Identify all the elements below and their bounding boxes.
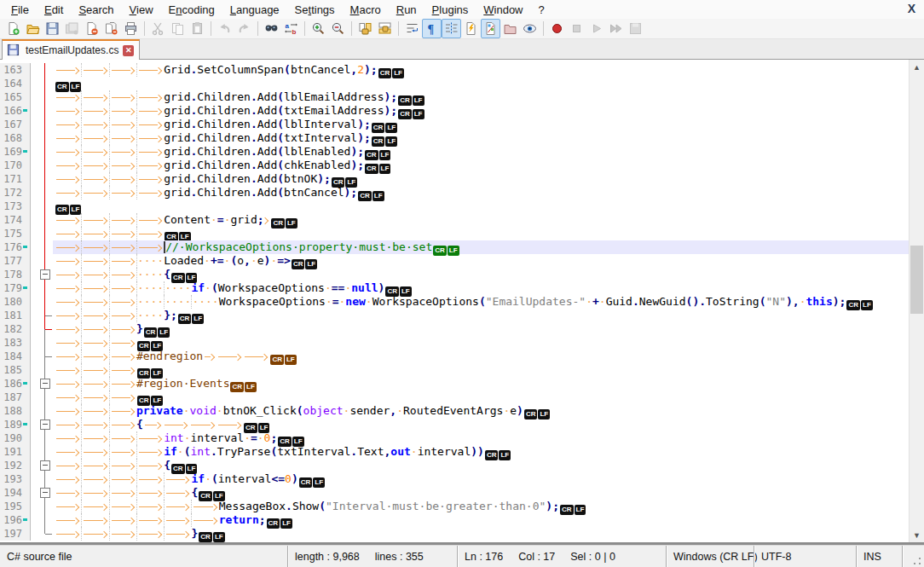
line-text[interactable]: ············WorkspaceOptions·=·new·Works… bbox=[53, 295, 910, 309]
line-text[interactable]: grid.Children.Add(lblEnabled);CRLF bbox=[53, 145, 910, 159]
bookmark-margin[interactable] bbox=[31, 513, 38, 527]
resize-grip[interactable] bbox=[912, 556, 922, 566]
document-map-button[interactable] bbox=[461, 19, 481, 38]
file-monitoring-button[interactable] bbox=[520, 19, 540, 38]
tab-close-icon[interactable]: ✕ bbox=[123, 45, 134, 56]
line-text[interactable]: CRLF bbox=[53, 336, 910, 350]
scrollbar-thumb[interactable] bbox=[910, 246, 923, 314]
close-file-button[interactable] bbox=[82, 19, 101, 38]
menu-search[interactable]: Search bbox=[71, 2, 121, 18]
fold-collapse-icon[interactable] bbox=[40, 419, 50, 430]
bookmark-margin[interactable] bbox=[31, 350, 38, 363]
line-text[interactable]: }CRLF bbox=[53, 527, 910, 541]
line-text[interactable]: grid.Children.Add(lblEmailAddress);CRLF bbox=[53, 90, 910, 104]
bookmark-margin[interactable] bbox=[31, 322, 38, 336]
bookmark-margin[interactable] bbox=[31, 281, 38, 295]
line-text[interactable]: {CRLF bbox=[53, 486, 910, 500]
menu-plugins[interactable]: Plugins bbox=[424, 2, 476, 18]
menu-language[interactable]: Language bbox=[222, 2, 287, 18]
open-file-button[interactable] bbox=[23, 19, 43, 38]
line-text[interactable]: if·(interval<=0)CRLF bbox=[53, 472, 910, 486]
bookmark-margin[interactable] bbox=[31, 172, 38, 186]
bookmark-margin[interactable] bbox=[31, 77, 38, 90]
cut-button[interactable] bbox=[148, 19, 168, 38]
bookmark-margin[interactable] bbox=[31, 472, 38, 486]
fold-collapse-icon[interactable] bbox=[40, 488, 50, 498]
line-text[interactable]: ········if·(WorkspaceOptions·==·null)CRL… bbox=[53, 281, 910, 295]
bookmark-margin[interactable] bbox=[31, 104, 38, 118]
zoom-out-button[interactable] bbox=[328, 19, 348, 38]
line-text[interactable]: int·interval·=·0;CRLF bbox=[53, 431, 910, 445]
bookmark-margin[interactable] bbox=[31, 295, 38, 309]
bookmark-margin[interactable] bbox=[31, 254, 38, 268]
bookmark-margin[interactable] bbox=[31, 336, 38, 350]
word-wrap-button[interactable] bbox=[402, 19, 422, 38]
fold-collapse-icon[interactable] bbox=[40, 379, 50, 389]
paste-button[interactable] bbox=[188, 19, 207, 38]
new-file-button[interactable] bbox=[3, 19, 23, 38]
sync-horizontal-scroll-button[interactable] bbox=[375, 19, 395, 38]
line-text[interactable]: CRLF bbox=[53, 363, 910, 377]
line-text[interactable]: grid.Children.Add(btnCancel);CRLF bbox=[53, 186, 910, 200]
line-text[interactable]: CRLF bbox=[53, 77, 910, 90]
bookmark-margin[interactable] bbox=[31, 227, 38, 240]
save-all-button[interactable] bbox=[62, 19, 82, 38]
show-indent-guide-button[interactable] bbox=[442, 19, 461, 38]
redo-button[interactable] bbox=[234, 19, 254, 38]
line-text[interactable]: ····{CRLF bbox=[53, 268, 910, 281]
bookmark-margin[interactable] bbox=[31, 200, 38, 213]
code-editor[interactable]: 163Grid.SetColumnSpan(btnCancel,2);CRLF1… bbox=[0, 60, 910, 542]
scroll-up-arrow-icon[interactable]: ▲ bbox=[910, 60, 924, 74]
copy-button[interactable] bbox=[168, 19, 188, 38]
menu-edit[interactable]: Edit bbox=[37, 2, 71, 18]
menu-encoding[interactable]: Encoding bbox=[161, 2, 222, 18]
menu-macro[interactable]: Macro bbox=[343, 2, 389, 18]
bookmark-margin[interactable] bbox=[31, 459, 38, 472]
menu-run[interactable]: Run bbox=[389, 2, 424, 18]
line-text[interactable]: CRLF bbox=[53, 391, 910, 404]
line-text[interactable]: //·WorkspaceOptions·property·must·be·set… bbox=[53, 240, 910, 254]
print-button[interactable] bbox=[121, 19, 141, 38]
line-text[interactable]: CRLF bbox=[53, 227, 910, 240]
scroll-down-arrow-icon[interactable]: ▼ bbox=[910, 528, 924, 542]
bookmark-margin[interactable] bbox=[31, 500, 38, 513]
line-text[interactable]: grid.Children.Add(chkEnabled);CRLF bbox=[53, 159, 910, 172]
menu-help[interactable]: ? bbox=[531, 2, 552, 18]
line-text[interactable]: #region·EventsCRLF bbox=[53, 377, 910, 391]
line-text[interactable]: {CRLF bbox=[53, 459, 910, 472]
fold-collapse-icon[interactable] bbox=[40, 460, 50, 471]
find-button[interactable] bbox=[262, 19, 281, 38]
menu-window[interactable]: Window bbox=[476, 2, 530, 18]
bookmark-margin[interactable] bbox=[31, 90, 38, 104]
macro-run-multiple-button[interactable] bbox=[606, 19, 626, 38]
bookmark-margin[interactable] bbox=[31, 486, 38, 500]
replace-button[interactable]: ab bbox=[281, 19, 301, 38]
bookmark-margin[interactable] bbox=[31, 527, 38, 541]
bookmark-margin[interactable] bbox=[31, 363, 38, 377]
line-text[interactable]: }CRLF bbox=[53, 322, 910, 336]
bookmark-margin[interactable] bbox=[31, 431, 38, 445]
line-text[interactable]: grid.Children.Add(txtEmailAddress);CRLF bbox=[53, 104, 910, 118]
line-text[interactable]: return;CRLF bbox=[53, 513, 910, 527]
bookmark-margin[interactable] bbox=[31, 186, 38, 200]
sync-vertical-scroll-button[interactable] bbox=[355, 19, 375, 38]
bookmark-margin[interactable] bbox=[31, 377, 38, 391]
macro-playback-button[interactable] bbox=[586, 19, 606, 38]
menu-file[interactable]: File bbox=[3, 2, 37, 18]
line-text[interactable]: Grid.SetColumnSpan(btnCancel,2);CRLF bbox=[53, 63, 910, 77]
macro-start-recording-button[interactable] bbox=[547, 19, 567, 38]
bookmark-margin[interactable] bbox=[31, 404, 38, 418]
window-close-button[interactable]: X bbox=[908, 2, 915, 15]
line-text[interactable]: MessageBox.Show("Interval·must·be·greate… bbox=[53, 500, 910, 513]
bookmark-margin[interactable] bbox=[31, 145, 38, 159]
line-text[interactable]: ····Loaded·+=·(o,·e)·=>CRLF bbox=[53, 254, 910, 268]
menu-settings[interactable]: Settings bbox=[287, 2, 343, 18]
bookmark-margin[interactable] bbox=[31, 445, 38, 459]
line-text[interactable]: grid.Children.Add(btnOK);CRLF bbox=[53, 172, 910, 186]
bookmark-margin[interactable] bbox=[31, 309, 38, 322]
tab-testemailupdates[interactable]: testEmailUpdates.cs ✕ bbox=[2, 39, 140, 60]
bookmark-margin[interactable] bbox=[31, 118, 38, 131]
save-file-button[interactable] bbox=[43, 19, 62, 38]
macro-stop-recording-button[interactable] bbox=[567, 19, 586, 38]
close-all-button[interactable] bbox=[101, 19, 121, 38]
